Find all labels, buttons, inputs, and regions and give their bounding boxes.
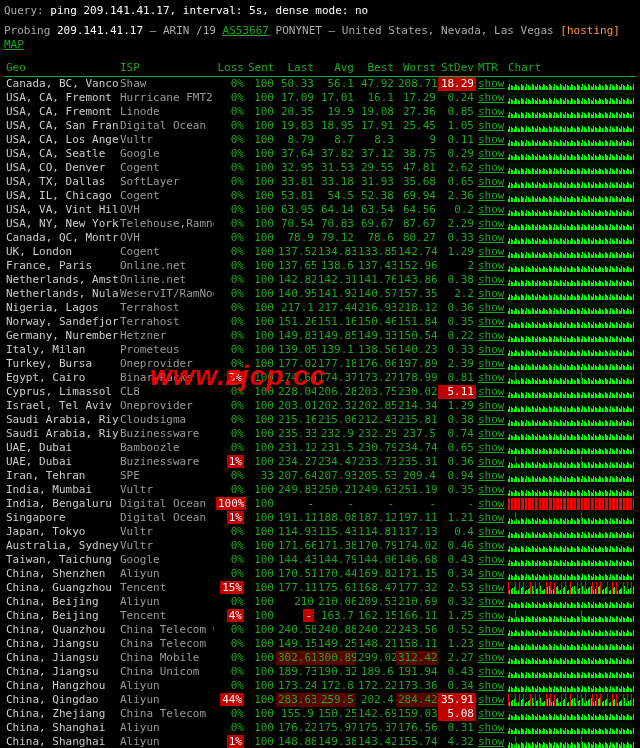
cell-geo: Saudi Arabia, Riyadh [4, 413, 118, 427]
cell-sent: 100 [246, 595, 276, 609]
cell-avg: 31.53 [316, 161, 356, 175]
cell-avg: 149.38 [316, 735, 356, 748]
mtr-link[interactable]: show [478, 77, 505, 90]
mtr-link[interactable]: show [478, 497, 505, 510]
col-worst[interactable]: Worst [396, 60, 438, 77]
mtr-link[interactable]: show [478, 189, 505, 202]
mtr-link[interactable]: show [478, 553, 505, 566]
sparkline [508, 274, 634, 286]
sparkline [508, 666, 634, 678]
cell-geo: France, Paris [4, 259, 118, 273]
mtr-link[interactable]: show [478, 287, 505, 300]
mtr-link[interactable]: show [478, 567, 505, 580]
cell-chart [506, 147, 636, 161]
mtr-link[interactable]: show [478, 385, 505, 398]
mtr-link[interactable]: show [478, 91, 505, 104]
cell-avg: 259.5 [316, 693, 356, 707]
asn-link[interactable]: AS53667 [223, 24, 269, 37]
mtr-link[interactable]: show [478, 217, 505, 230]
cell-isp: Google [118, 553, 214, 567]
table-row: USA, IL, ChicagoCogent0%10053.8154.552.3… [4, 189, 636, 203]
cell-chart [506, 483, 636, 497]
mtr-link[interactable]: show [478, 105, 505, 118]
cell-loss: 0% [214, 441, 246, 455]
mtr-link[interactable]: show [478, 581, 505, 594]
mtr-link[interactable]: show [478, 273, 505, 286]
sparkline [508, 498, 634, 510]
mtr-link[interactable]: show [478, 623, 505, 636]
cell-isp: China Telecom CN2 [118, 623, 214, 637]
mtr-link[interactable]: show [478, 343, 505, 356]
cell-geo: Japan, Tokyo [4, 525, 118, 539]
cell-avg: 144.79 [316, 553, 356, 567]
cell-isp: BinaryRacks [118, 371, 214, 385]
col-mtr[interactable]: MTR [476, 60, 506, 77]
mtr-link[interactable]: show [478, 455, 505, 468]
cell-geo: USA, CA, San Francisco [4, 119, 118, 133]
cell-loss: 1% [214, 511, 246, 525]
mtr-link[interactable]: show [478, 301, 505, 314]
col-isp[interactable]: ISP [118, 60, 214, 77]
cell-last: 37.64 [276, 147, 316, 161]
col-geo[interactable]: Geo [4, 60, 118, 77]
mtr-link[interactable]: show [478, 651, 505, 664]
cell-chart [506, 189, 636, 203]
mtr-link[interactable]: show [478, 119, 505, 132]
mtr-link[interactable]: show [478, 203, 505, 216]
mtr-link[interactable]: show [478, 371, 505, 384]
mtr-link[interactable]: show [478, 525, 505, 538]
mtr-link[interactable]: show [478, 735, 505, 748]
mtr-link[interactable]: show [478, 315, 505, 328]
mtr-link[interactable]: show [478, 329, 505, 342]
mtr-link[interactable]: show [478, 609, 505, 622]
cell-sent: 100 [246, 273, 276, 287]
mtr-link[interactable]: show [478, 399, 505, 412]
cell-isp: Telehouse,Ramnode [118, 217, 214, 231]
cell-stdev: 0.33 [438, 343, 476, 357]
mtr-link[interactable]: show [478, 259, 505, 272]
cell-loss: 0% [214, 539, 246, 553]
cell-chart [506, 161, 636, 175]
cell-best: 69.67 [356, 217, 396, 231]
mtr-link[interactable]: show [478, 357, 505, 370]
cell-last: 149.83 [276, 329, 316, 343]
col-sent[interactable]: Sent [246, 60, 276, 77]
cell-best: 209.53 [356, 595, 396, 609]
cell-isp: Vultr [118, 133, 214, 147]
col-avg[interactable]: Avg [316, 60, 356, 77]
cell-geo: USA, CA, Fremont [4, 91, 118, 105]
col-last[interactable]: Last [276, 60, 316, 77]
mtr-link[interactable]: show [478, 413, 505, 426]
mtr-link[interactable]: show [478, 245, 505, 258]
mtr-link[interactable]: show [478, 679, 505, 692]
cell-loss: 0% [214, 203, 246, 217]
mtr-link[interactable]: show [478, 693, 505, 706]
mtr-link[interactable]: show [478, 665, 505, 678]
mtr-link[interactable]: show [478, 147, 505, 160]
mtr-link[interactable]: show [478, 175, 505, 188]
cell-avg: 206.28 [316, 385, 356, 399]
mtr-link[interactable]: show [478, 231, 505, 244]
col-chart[interactable]: Chart [506, 60, 636, 77]
col-best[interactable]: Best [356, 60, 396, 77]
mtr-link[interactable]: show [478, 539, 505, 552]
cell-loss: 0% [214, 637, 246, 651]
cell-geo: USA, CA, Fremont [4, 105, 118, 119]
mtr-link[interactable]: show [478, 511, 505, 524]
col-stdev[interactable]: StDev [438, 60, 476, 77]
mtr-link[interactable]: show [478, 427, 505, 440]
mtr-link[interactable]: show [478, 469, 505, 482]
col-loss[interactable]: Loss [214, 60, 246, 77]
map-link[interactable]: MAP [4, 38, 24, 51]
mtr-link[interactable]: show [478, 637, 505, 650]
mtr-link[interactable]: show [478, 483, 505, 496]
mtr-link[interactable]: show [478, 441, 505, 454]
mtr-link[interactable]: show [478, 707, 505, 720]
mtr-link[interactable]: show [478, 161, 505, 174]
sparkline [508, 386, 634, 398]
mtr-link[interactable]: show [478, 595, 505, 608]
cell-best: 162.15 [356, 609, 396, 623]
mtr-link[interactable]: show [478, 133, 505, 146]
mtr-link[interactable]: show [478, 721, 505, 734]
cell-last: 137.65 [276, 259, 316, 273]
